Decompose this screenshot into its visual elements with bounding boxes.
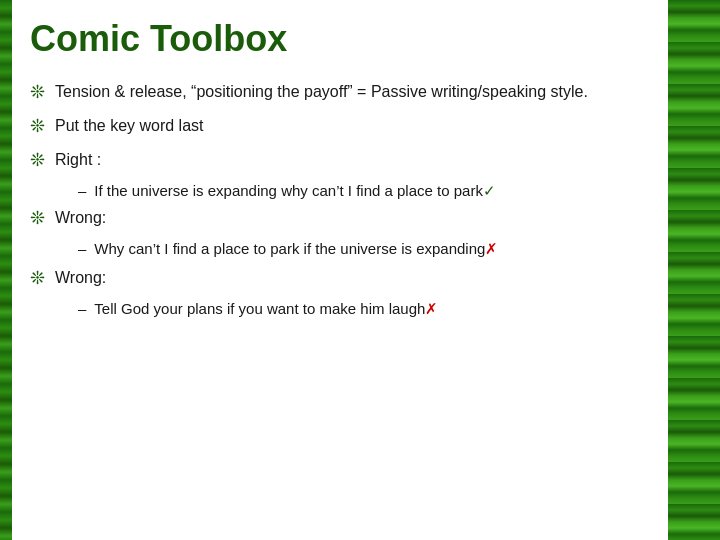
bullet-text-wrong1: Wrong: bbox=[55, 206, 106, 230]
slide: Comic Toolbox ❊ Tension & release, “posi… bbox=[0, 0, 720, 540]
sub-dash-wrong1: – bbox=[78, 240, 86, 257]
wrong2-sub-item: – Tell God your plans if you want to mak… bbox=[78, 300, 660, 318]
wrong1-sub-item: – Why can’t I find a place to park if th… bbox=[78, 240, 660, 258]
bullet-wrong2: ❊ Wrong: bbox=[30, 266, 660, 290]
content-area: ❊ Tension & release, “positioning the pa… bbox=[20, 80, 660, 318]
bullet-tension: ❊ Tension & release, “positioning the pa… bbox=[30, 80, 660, 104]
bullet-text-right: Right : bbox=[55, 148, 101, 172]
bullet-marker-tension: ❊ bbox=[30, 81, 45, 103]
cross-mark-wrong2: ✗ bbox=[425, 300, 438, 317]
bullet-wrong1: ❊ Wrong: bbox=[30, 206, 660, 230]
bullet-marker-wrong2: ❊ bbox=[30, 267, 45, 289]
bullet-text-tension: Tension & release, “positioning the payo… bbox=[55, 80, 588, 104]
border-right-decoration bbox=[668, 0, 720, 540]
sub-dash-right: – bbox=[78, 182, 86, 199]
check-mark-right: ✓ bbox=[483, 182, 496, 199]
right-sub-text: If the universe is expanding why can’t I… bbox=[94, 182, 496, 200]
wrong1-sub-text: Why can’t I find a place to park if the … bbox=[94, 240, 498, 258]
bullet-put-the: ❊ Put the key word last bbox=[30, 114, 660, 138]
bullet-marker-wrong1: ❊ bbox=[30, 207, 45, 229]
bullet-marker-right: ❊ bbox=[30, 149, 45, 171]
sub-dash-wrong2: – bbox=[78, 300, 86, 317]
slide-title: Comic Toolbox bbox=[20, 18, 660, 60]
bullet-text-wrong2: Wrong: bbox=[55, 266, 106, 290]
cross-mark-wrong1: ✗ bbox=[485, 240, 498, 257]
wrong2-sub-text: Tell God your plans if you want to make … bbox=[94, 300, 438, 318]
border-left-decoration bbox=[0, 0, 12, 540]
bullet-text-put-the: Put the key word last bbox=[55, 114, 204, 138]
wrong-section-1: ❊ Wrong: – Why can’t I find a place to p… bbox=[30, 206, 660, 258]
wrong-section-2: ❊ Wrong: – Tell God your plans if you wa… bbox=[30, 266, 660, 318]
right-sub-item: – If the universe is expanding why can’t… bbox=[78, 182, 660, 200]
bullet-right: ❊ Right : bbox=[30, 148, 660, 172]
bullet-marker-put-the: ❊ bbox=[30, 115, 45, 137]
